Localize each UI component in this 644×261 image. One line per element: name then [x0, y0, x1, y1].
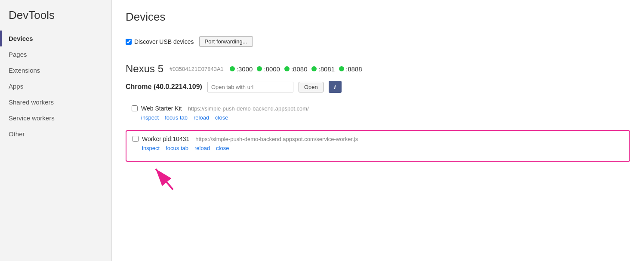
port-label-8081: :8081: [318, 65, 335, 73]
port-8081: :8081: [311, 65, 335, 73]
chrome-label: Chrome (40.0.2214.109): [126, 83, 202, 91]
device-id: #03504121E07843A1: [169, 66, 224, 72]
sidebar-item-pages[interactable]: Pages: [0, 46, 111, 62]
port-status-dot-3000: [230, 66, 235, 71]
worker-section: Worker pid:10431 https://simple-push-dem…: [126, 130, 630, 162]
sidebar-item-apps[interactable]: Apps: [0, 78, 111, 94]
inspect-link-web-starter[interactable]: inspect: [141, 114, 159, 121]
inspect-link-worker[interactable]: inspect: [142, 145, 160, 151]
discover-usb-text: Discover USB devices: [134, 38, 194, 45]
sidebar-item-other[interactable]: Other: [0, 126, 111, 142]
focus-tab-link-worker[interactable]: focus tab: [166, 145, 188, 151]
worker-tab-url: https://simple-push-demo-backend.appspot…: [195, 136, 358, 142]
worker-tab-actions: inspect focus tab reload close: [142, 145, 623, 151]
port-8888: :8888: [339, 65, 362, 73]
reload-link-web-starter[interactable]: reload: [194, 114, 209, 121]
worker-tab-header: Worker pid:10431 https://simple-push-dem…: [132, 135, 623, 142]
sidebar-title: DevTools: [0, 9, 111, 31]
sidebar-item-service-workers[interactable]: Service workers: [0, 110, 111, 126]
worker-highlighted-box: Worker pid:10431 https://simple-push-dem…: [126, 130, 630, 162]
info-button[interactable]: i: [329, 81, 342, 93]
device-name: Nexus 5: [126, 63, 163, 75]
port-forwarding-button[interactable]: Port forwarding...: [199, 36, 253, 47]
port-label-8080: :8080: [291, 65, 308, 73]
svg-line-1: [156, 169, 173, 190]
sidebar: DevTools Devices Pages Extensions Apps S…: [0, 0, 112, 261]
open-tab-button[interactable]: Open: [299, 82, 324, 92]
worker-tab-name: Worker pid:10431: [142, 135, 189, 142]
close-link-web-starter[interactable]: close: [215, 114, 228, 121]
port-3000: :3000: [230, 65, 253, 73]
web-starter-kit-tab: Web Starter Kit https://simple-push-demo…: [126, 101, 630, 125]
arrow-annotation: [151, 160, 186, 192]
device-header: Nexus 5 #03504121E07843A1 :3000 :8000 :8…: [126, 63, 630, 75]
port-status-dot-8000: [257, 66, 262, 71]
sidebar-item-devices[interactable]: Devices: [0, 31, 111, 46]
page-title: Devices: [126, 10, 630, 29]
open-tab-url-input[interactable]: [207, 82, 293, 92]
close-link-worker[interactable]: close: [216, 145, 229, 151]
reload-link-worker[interactable]: reload: [194, 145, 210, 151]
chrome-row: Chrome (40.0.2214.109) Open i: [126, 81, 630, 93]
port-label-8888: :8888: [346, 65, 362, 73]
port-group: :3000 :8000 :8080 :8081 :8888: [230, 65, 362, 73]
sidebar-item-shared-workers[interactable]: Shared workers: [0, 94, 111, 110]
port-label-3000: :3000: [237, 65, 253, 73]
tab-checkbox-web-starter[interactable]: [132, 105, 138, 111]
port-status-dot-8081: [311, 66, 317, 71]
worker-tab: Worker pid:10431 https://simple-push-dem…: [126, 131, 629, 156]
port-status-dot-8888: [339, 66, 344, 71]
tab-url-web-starter: https://simple-push-demo-backend.appspot…: [188, 105, 309, 112]
discover-usb-checkbox[interactable]: [126, 39, 132, 45]
discover-usb-label[interactable]: Discover USB devices: [126, 38, 194, 45]
focus-tab-link-web-starter[interactable]: focus tab: [165, 114, 188, 121]
sidebar-item-extensions[interactable]: Extensions: [0, 62, 111, 78]
tab-item-header: Web Starter Kit https://simple-push-demo…: [132, 105, 624, 112]
port-8000: :8000: [257, 65, 280, 73]
tab-actions-web-starter: inspect focus tab reload close: [141, 114, 624, 121]
toolbar-row: Discover USB devices Port forwarding...: [126, 36, 630, 54]
main-content: Devices Discover USB devices Port forwar…: [112, 0, 644, 261]
tab-checkbox-worker[interactable]: [132, 136, 139, 142]
port-status-dot-8080: [284, 66, 290, 71]
port-label-8000: :8000: [264, 65, 280, 73]
tab-name-web-starter: Web Starter Kit: [141, 105, 182, 112]
info-icon: i: [334, 83, 336, 91]
port-8080: :8080: [284, 65, 308, 73]
